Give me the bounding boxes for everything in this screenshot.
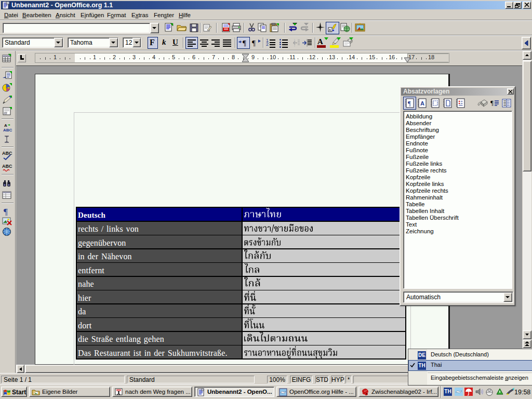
svg-text:ABC: ABC [3,128,12,132]
svg-text:A: A [420,100,424,107]
svg-text:¶: ¶ [243,39,246,47]
svg-text:¶: ¶ [490,99,494,107]
svg-text:ABC: ABC [2,151,12,156]
svg-text:A: A [4,123,7,128]
svg-text:ABC: ABC [2,164,12,169]
svg-text:¶: ¶ [4,207,8,217]
svg-text:¶: ¶ [408,99,411,107]
svg-text:¶: ¶ [252,39,256,47]
